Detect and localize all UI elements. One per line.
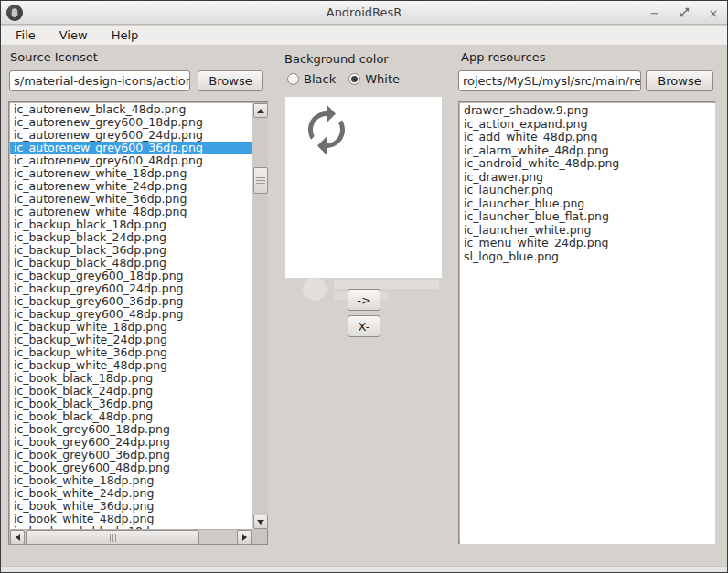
menu-file[interactable]: File [6, 27, 45, 44]
list-item[interactable]: ic_autorenew_white_24dp.png [10, 180, 252, 193]
list-item[interactable]: ic_backup_grey600_18dp.png [10, 270, 252, 282]
list-item[interactable]: ic_backup_white_48dp.png [10, 359, 252, 372]
list-item[interactable]: ic_book_white_36dp.png [10, 500, 252, 513]
list-item[interactable]: ic_book_black_18dp.png [10, 372, 252, 385]
scroll-left-button[interactable] [10, 530, 25, 545]
background-color-label: Background color [284, 52, 389, 66]
app-resources-label: App resources [461, 50, 546, 64]
list-item[interactable]: ic_drawer.png [460, 171, 715, 185]
list-item[interactable]: ic_backup_grey600_24dp.png [10, 282, 252, 295]
list-item[interactable]: ic_book_grey600_48dp.png [10, 462, 252, 474]
vertical-scrollbar[interactable] [252, 103, 268, 529]
list-item[interactable]: ic_add_white_48dp.png [460, 131, 715, 144]
resources-list-viewport[interactable]: drawer_shadow.9.pngic_action_expand.pngi… [460, 103, 715, 544]
window-bottom-edge [1, 566, 727, 572]
thumb-grip [256, 177, 265, 184]
list-item[interactable]: ic_backup_black_48dp.png [10, 257, 252, 270]
list-item[interactable]: ic_book_grey600_18dp.png [10, 423, 252, 436]
source-path-input[interactable]: s/material-design-icons/action [9, 70, 190, 91]
maximize-button[interactable] [678, 7, 691, 19]
list-item[interactable]: ic_backup_black_36dp.png [10, 244, 252, 257]
menubar: File View Help [1, 26, 727, 45]
list-item[interactable]: ic_launcher.png [460, 184, 715, 197]
source-browse-button[interactable]: Browse [198, 70, 263, 91]
autorenew-icon [299, 102, 354, 157]
close-button[interactable]: × [707, 7, 720, 19]
arrow-left-icon [16, 534, 20, 541]
source-iconset-list: ic_autorenew_black_48dp.pngic_autorenew_… [8, 101, 268, 545]
list-item[interactable]: ic_backup_black_24dp.png [10, 231, 252, 244]
source-list-viewport[interactable]: ic_autorenew_black_48dp.pngic_autorenew_… [10, 103, 252, 529]
radio-white[interactable]: White [348, 72, 400, 86]
arrow-up-icon [257, 109, 264, 113]
remove-resource-button[interactable]: X- [348, 315, 380, 337]
list-item[interactable]: ic_launcher_white.png [460, 224, 715, 238]
radio-white-circle-icon[interactable] [348, 73, 360, 85]
list-item[interactable]: ic_book_black_36dp.png [10, 398, 252, 410]
thumb-grip [110, 534, 116, 542]
list-item[interactable]: sl_logo_blue.png [460, 250, 715, 264]
list-item[interactable]: ic_book_black_48dp.png [10, 410, 252, 423]
app-window: AndroidResR − × File View Help Source Ic… [0, 0, 728, 573]
list-item[interactable]: ic_autorenew_grey600_48dp.png [10, 154, 252, 167]
list-item[interactable]: ic_android_white_48dp.png [460, 157, 715, 171]
resources-browse-button[interactable]: Browse [646, 70, 713, 91]
list-item[interactable]: ic_autorenew_grey600_36dp.png [10, 142, 252, 154]
list-item[interactable]: ic_menu_white_24dp.png [460, 237, 715, 250]
scroll-right-button[interactable] [237, 530, 252, 545]
arrow-right-icon [242, 534, 247, 541]
window-title: AndroidResR [1, 5, 727, 19]
scroll-down-button[interactable] [253, 515, 268, 529]
list-item[interactable]: ic_autorenew_black_48dp.png [10, 103, 252, 116]
app-resources-list: drawer_shadow.9.pngic_action_expand.pngi… [458, 101, 715, 544]
list-item[interactable]: ic_autorenew_grey600_18dp.png [10, 116, 252, 129]
list-item[interactable]: ic_backup_white_36dp.png [10, 346, 252, 359]
list-item[interactable]: ic_backup_grey600_48dp.png [10, 308, 252, 321]
titlebar: AndroidResR − × [1, 1, 727, 25]
list-item[interactable]: ic_book_white_18dp.png [10, 474, 252, 487]
list-item[interactable]: ic_book_white_24dp.png [10, 487, 252, 500]
list-item[interactable]: ic_book_black_24dp.png [10, 385, 252, 398]
background-color-radios: Black White [287, 72, 400, 86]
list-item[interactable]: drawer_shadow.9.png [460, 104, 715, 118]
list-item[interactable]: ic_backup_grey600_36dp.png [10, 295, 252, 308]
menu-help[interactable]: Help [102, 27, 148, 44]
source-iconset-label: Source Iconset [10, 50, 98, 64]
radio-black[interactable]: Black [287, 72, 336, 86]
resources-path-input[interactable]: rojects/MySL/mysl/src/main/res [458, 70, 641, 91]
arrow-down-icon [257, 520, 264, 525]
move-to-resources-button[interactable]: -> [348, 289, 380, 311]
list-item[interactable]: ic_launcher_blue_flat.png [460, 210, 715, 224]
horizontal-scrollbar[interactable] [10, 529, 252, 544]
radio-black-label: Black [304, 72, 336, 86]
scroll-up-button[interactable] [253, 103, 268, 118]
radio-white-label: White [365, 72, 400, 86]
list-item[interactable]: ic_autorenew_white_48dp.png [10, 206, 252, 218]
list-item[interactable]: ic_backup_black_18dp.png [10, 218, 252, 231]
list-item[interactable]: ic_autorenew_white_18dp.png [10, 167, 252, 180]
menu-view[interactable]: View [50, 27, 97, 44]
vertical-scroll-thumb[interactable] [253, 167, 268, 194]
list-item[interactable]: ic_backup_white_18dp.png [10, 321, 252, 334]
list-item[interactable]: ic_launcher_blue.png [460, 197, 715, 211]
icon-preview-area [285, 97, 442, 278]
list-item[interactable]: ic_action_expand.png [460, 118, 715, 132]
list-item[interactable]: ic_autorenew_grey600_24dp.png [10, 129, 252, 142]
list-item[interactable]: ic_book_grey600_24dp.png [10, 436, 252, 449]
horizontal-scroll-thumb[interactable] [26, 530, 199, 545]
list-item[interactable]: ic_autorenew_white_36dp.png [10, 193, 252, 206]
list-item[interactable]: ic_book_white_48dp.png [10, 513, 252, 525]
radio-black-circle-icon[interactable] [287, 73, 299, 85]
list-item[interactable]: ic_backup_white_24dp.png [10, 334, 252, 346]
list-item[interactable]: ic_book_grey600_36dp.png [10, 449, 252, 462]
minimize-button[interactable]: − [648, 7, 661, 19]
list-item[interactable]: ic_alarm_white_48dp.png [460, 144, 715, 158]
